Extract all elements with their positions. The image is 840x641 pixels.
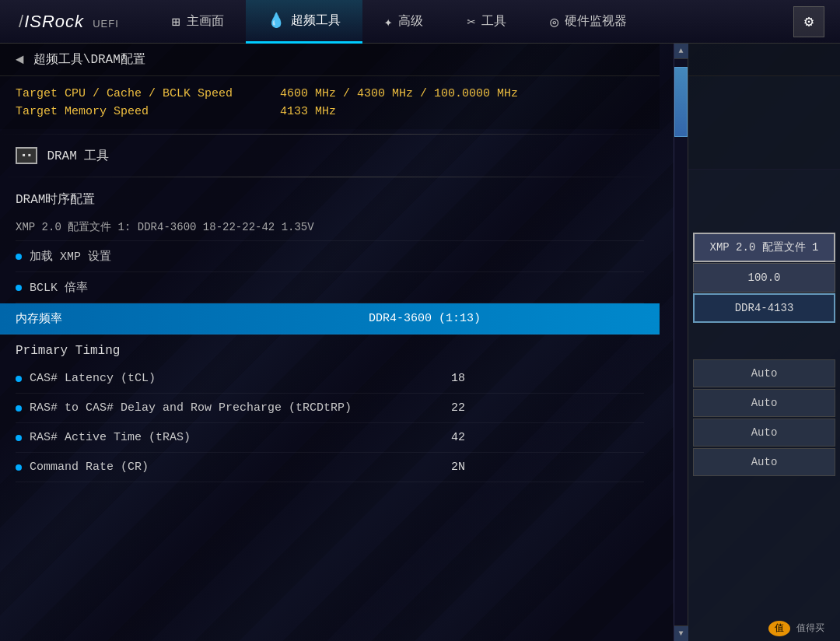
right-values-panel: XMP 2.0 配置文件 1 100.0 DDR4-4133 Auto Auto…: [688, 44, 840, 641]
main-content: ◄ 超频工具\DRAM配置 Target CPU / Cache / BCLK …: [0, 44, 674, 641]
trcdtrp-row[interactable]: RAS# to CAS# Delay and Row Precharge (tR…: [16, 394, 644, 423]
rpanel-tcl-auto[interactable]: Auto: [693, 359, 835, 387]
cpu-speed-row: Target CPU / Cache / BCLK Speed 4600 MHz…: [16, 87, 644, 100]
rpanel-bclk-value[interactable]: 100.0: [693, 263, 835, 292]
monitor-icon: ◎: [550, 13, 558, 30]
info-section: Target CPU / Cache / BCLK Speed 4600 MHz…: [0, 76, 660, 129]
row-indicator-tras: [16, 435, 22, 441]
row-indicator-bclk: [16, 285, 22, 291]
tcl-row[interactable]: CAS# Latency (tCL) 18: [16, 364, 644, 394]
tab-oc[interactable]: 💧 超频工具: [246, 0, 362, 44]
xmp-info-text: XMP 2.0 配置文件 1: DDR4-3600 18-22-22-42 1.…: [16, 221, 314, 233]
rpanel-memfreq-value[interactable]: DDR4-4133: [693, 293, 835, 323]
back-button[interactable]: ◄: [16, 52, 24, 68]
breadcrumb: ◄ 超频工具\DRAM配置: [0, 44, 660, 76]
scroll-down-button[interactable]: ▼: [674, 625, 688, 641]
divider-1: [0, 134, 660, 135]
rpanel-xmp-value[interactable]: XMP 2.0 配置文件 1: [693, 233, 835, 262]
scroll-up-button[interactable]: ▲: [674, 44, 688, 59]
tab-main-label: 主画面: [187, 13, 224, 30]
tras-value: 42: [372, 431, 465, 444]
advanced-icon: ✦: [384, 13, 393, 30]
bclk-row[interactable]: BCLK 倍率: [16, 272, 644, 303]
tools-icon: ✂: [467, 13, 475, 30]
tras-label: RAS# Active Time (tRAS): [30, 431, 372, 444]
scrollbar: ▲ ▼: [674, 44, 688, 641]
rpanel-cr-auto[interactable]: Auto: [693, 448, 835, 476]
mem-freq-row[interactable]: 内存频率 DDR4-3600 (1:13): [0, 303, 660, 335]
config-section: DRAM时序配置 XMP 2.0 配置文件 1: DDR4-3600 18-22…: [0, 182, 660, 482]
cr-label: Command Rate (CR): [30, 461, 372, 474]
header-right: ⚙: [793, 6, 824, 37]
cpu-speed-value: 4600 MHz / 4300 MHz / 100.0000 MHz: [280, 87, 518, 100]
row-indicator-tcl: [16, 376, 22, 382]
tab-monitor[interactable]: ◎ 硬件监视器: [528, 0, 649, 44]
primary-timing-header: Primary Timing: [16, 335, 644, 364]
content-area: ◄ 超频工具\DRAM配置 Target CPU / Cache / BCLK …: [0, 44, 840, 641]
memory-speed-label: Target Memory Speed: [16, 105, 280, 118]
nav-tabs: ⊞ 主画面 💧 超频工具 ✦ 高级 ✂ 工具 ◎ 硬件监视器: [150, 0, 793, 44]
dram-tool-section: ▪▪ DRAM 工具: [0, 139, 660, 172]
mem-freq-value: DDR4-3600 (1:13): [369, 312, 481, 325]
cr-value: 2N: [372, 461, 465, 474]
oc-icon: 💧: [268, 12, 285, 29]
divider-2: [0, 177, 660, 177]
tab-main[interactable]: ⊞ 主画面: [150, 0, 246, 44]
row-indicator-xmp: [16, 254, 22, 260]
timing-section-header: DRAM时序配置: [16, 182, 644, 214]
xmp-info-row: XMP 2.0 配置文件 1: DDR4-3600 18-22-22-42 1.…: [16, 214, 644, 241]
watermark: 值 值得买: [768, 622, 824, 635]
trcdtrp-label: RAS# to CAS# Delay and Row Precharge (tR…: [30, 401, 372, 415]
tcl-value: 18: [372, 372, 465, 385]
row-indicator-cr: [16, 464, 22, 471]
tab-advanced-label: 高级: [398, 13, 423, 30]
dram-tool-label: DRAM 工具: [47, 148, 109, 164]
bclk-label: BCLK 倍率: [30, 280, 481, 295]
mem-freq-label: 内存频率: [16, 311, 369, 326]
trcdtrp-value: 22: [372, 401, 465, 415]
tab-oc-label: 超频工具: [291, 12, 341, 29]
scroll-track: [674, 59, 688, 625]
tab-monitor-label: 硬件监视器: [565, 13, 627, 30]
cr-row[interactable]: Command Rate (CR) 2N: [16, 453, 644, 482]
main-icon: ⊞: [172, 13, 180, 30]
tcl-label: CAS# Latency (tCL): [30, 372, 372, 385]
tab-tools-label: 工具: [481, 13, 506, 30]
dram-tool-icon: ▪▪: [16, 147, 37, 164]
rpanel-trcdtrp-auto[interactable]: Auto: [693, 389, 835, 417]
rpanel-tras-auto[interactable]: Auto: [693, 419, 835, 447]
breadcrumb-path: 超频工具\DRAM配置: [33, 51, 145, 68]
cpu-speed-label: Target CPU / Cache / BCLK Speed: [16, 87, 280, 100]
row-indicator-trcdtrp: [16, 405, 22, 412]
brand-logo: /ISRock UEFI: [16, 12, 119, 32]
tras-row[interactable]: RAS# Active Time (tRAS) 42: [16, 423, 644, 453]
tab-tools[interactable]: ✂ 工具: [445, 0, 528, 44]
load-xmp-label: 加载 XMP 设置: [30, 249, 481, 264]
settings-icon: ⚙: [804, 12, 814, 31]
tab-advanced[interactable]: ✦ 高级: [362, 0, 446, 44]
header: /ISRock UEFI ⊞ 主画面 💧 超频工具 ✦ 高级 ✂ 工具: [0, 0, 840, 44]
settings-button[interactable]: ⚙: [793, 6, 824, 37]
scroll-thumb[interactable]: [674, 67, 688, 137]
memory-speed-row: Target Memory Speed 4133 MHz: [16, 105, 644, 118]
load-xmp-row[interactable]: 加载 XMP 设置: [16, 241, 644, 272]
memory-speed-value: 4133 MHz: [280, 105, 336, 118]
